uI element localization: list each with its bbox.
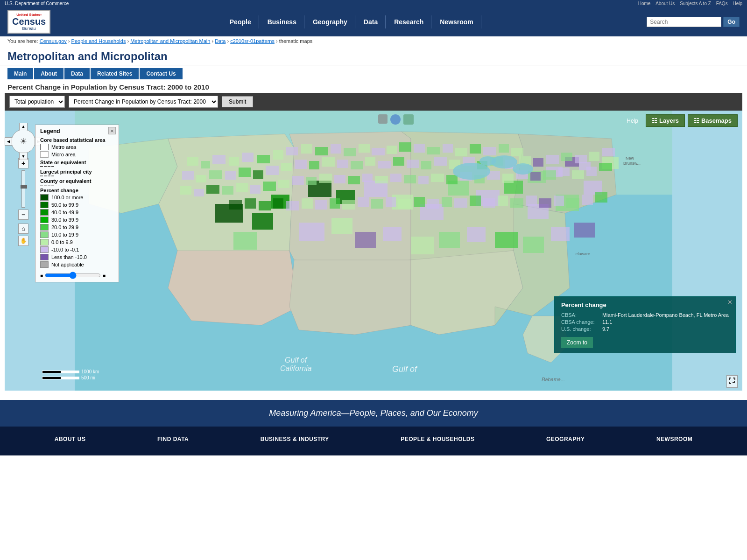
pan-control[interactable]: ☀ bbox=[11, 129, 35, 154]
zoom-to-button[interactable]: Zoom to bbox=[561, 337, 593, 348]
svg-rect-141 bbox=[386, 197, 396, 207]
search-input[interactable] bbox=[647, 17, 721, 27]
breadcrumb-people[interactable]: People and Households bbox=[71, 38, 126, 44]
svg-rect-70 bbox=[209, 170, 222, 179]
tab-contact-us[interactable]: Contact Us bbox=[140, 68, 182, 79]
svg-rect-112 bbox=[362, 174, 373, 182]
about-us-link[interactable]: About Us bbox=[655, 1, 675, 6]
legend-state-line bbox=[40, 166, 114, 167]
breadcrumb-metro[interactable]: Metropolitan and Micropolitan Main bbox=[130, 38, 210, 44]
basemaps-icon: ☷ bbox=[694, 117, 699, 124]
pan-up[interactable]: ▲ bbox=[19, 123, 28, 130]
popup-title: Percent change bbox=[561, 301, 729, 308]
svg-rect-156 bbox=[595, 192, 607, 203]
svg-rect-114 bbox=[390, 174, 402, 182]
page-title-area: Metropolitan and Micropolitan bbox=[0, 46, 747, 65]
svg-rect-42 bbox=[551, 227, 570, 241]
map-popup: ✕ Percent change CBSA: Miami-Fort Lauder… bbox=[554, 296, 736, 353]
footer-about-heading: ABOUT US bbox=[55, 436, 86, 442]
legend-pct-100-plus: 100.0 or more bbox=[40, 194, 114, 201]
svg-rect-83 bbox=[393, 157, 404, 166]
nav-business[interactable]: Business bbox=[260, 15, 304, 28]
footer-col-people: PEOPLE & HOUSEHOLDS bbox=[401, 436, 474, 446]
svg-rect-19 bbox=[233, 232, 257, 250]
faqs-link[interactable]: FAQs bbox=[716, 1, 728, 6]
population-dropdown[interactable]: Total population bbox=[9, 96, 65, 108]
pct-100-plus-swatch bbox=[40, 194, 49, 201]
search-button[interactable]: Go bbox=[723, 17, 740, 27]
popup-close-button[interactable]: ✕ bbox=[727, 299, 733, 306]
metric-dropdown[interactable]: Percent Change in Population by Census T… bbox=[69, 96, 218, 108]
svg-text:Gulf of: Gulf of bbox=[285, 356, 308, 364]
zoom-out-button[interactable]: − bbox=[18, 210, 28, 220]
pct-neg10-neg1-label: -10.0 to -0.1 bbox=[51, 247, 79, 252]
svg-rect-109 bbox=[319, 174, 332, 183]
pct-20-29-label: 20.0 to 29.9 bbox=[51, 224, 78, 230]
svg-rect-154 bbox=[566, 198, 579, 208]
tab-about[interactable]: About bbox=[34, 68, 63, 79]
svg-rect-93 bbox=[533, 158, 543, 167]
nav-newsroom[interactable]: Newsroom bbox=[432, 15, 481, 28]
fullscreen-button[interactable] bbox=[726, 375, 738, 388]
pct-na-label: Not applicable bbox=[51, 262, 84, 267]
nav-geography[interactable]: Geography bbox=[305, 15, 355, 28]
svg-point-159 bbox=[513, 163, 533, 175]
pan-left[interactable]: ◀ bbox=[5, 137, 12, 146]
basemaps-button[interactable]: ☷ Basemaps bbox=[688, 114, 738, 127]
svg-rect-113 bbox=[375, 176, 388, 183]
legend-close-button[interactable]: × bbox=[108, 127, 116, 134]
svg-rect-74 bbox=[266, 166, 279, 175]
svg-rect-79 bbox=[337, 160, 348, 168]
svg-rect-85 bbox=[421, 161, 431, 169]
svg-rect-170 bbox=[403, 114, 414, 125]
svg-rect-105 bbox=[263, 182, 276, 191]
nav-research[interactable]: Research bbox=[387, 15, 431, 28]
legend-micro-area: Micro area bbox=[40, 151, 114, 158]
help-link[interactable]: Help bbox=[733, 1, 742, 6]
home-extent-button[interactable]: ⌂ bbox=[18, 224, 28, 234]
logo-area: United States• Census Bureau bbox=[7, 10, 56, 34]
legend-county-title: County or equivalent bbox=[40, 178, 114, 184]
legend-largest-city-title: Largest principal city bbox=[40, 169, 114, 175]
scale-label-mi: 500 mi bbox=[81, 375, 95, 380]
svg-rect-23 bbox=[299, 223, 324, 241]
micro-area-swatch bbox=[40, 151, 49, 158]
legend-pct-less-neg10: Less than -10.0 bbox=[40, 254, 114, 260]
svg-rect-77 bbox=[309, 161, 319, 169]
pct-0-9-swatch bbox=[40, 239, 49, 245]
pan-tool-button[interactable]: ✋ bbox=[18, 236, 28, 246]
tab-related-sites[interactable]: Related Sites bbox=[91, 68, 139, 79]
subjects-link[interactable]: Subjects A to Z bbox=[680, 1, 711, 6]
svg-rect-63 bbox=[455, 148, 467, 156]
zoom-slider[interactable] bbox=[21, 170, 25, 208]
census-logo[interactable]: United States• Census Bureau bbox=[7, 10, 50, 34]
pct-10-19-swatch bbox=[40, 231, 49, 238]
breadcrumb-patterns[interactable]: c2010sr-01patterns bbox=[230, 38, 275, 44]
submit-button[interactable]: Submit bbox=[222, 96, 253, 107]
breadcrumb-census[interactable]: Census.gov bbox=[40, 38, 67, 44]
tab-main[interactable]: Main bbox=[7, 68, 33, 79]
svg-rect-2 bbox=[168, 335, 495, 391]
breadcrumb-data[interactable]: Data bbox=[215, 38, 226, 44]
svg-rect-142 bbox=[398, 199, 411, 209]
top-links: Home About Us Subjects A to Z FAQs Help bbox=[634, 1, 742, 6]
pct-30-39-label: 30.0 to 39.9 bbox=[51, 217, 78, 223]
svg-rect-139 bbox=[358, 197, 369, 207]
popup-cbsa-value: Miami-Fort Lauderdale-Pompano Beach, FL … bbox=[602, 312, 729, 318]
home-link[interactable]: Home bbox=[638, 1, 651, 6]
svg-rect-66 bbox=[499, 144, 509, 153]
pan-down[interactable]: ▼ bbox=[19, 153, 28, 160]
layers-button[interactable]: ☷ Layers bbox=[646, 114, 685, 127]
nav-data[interactable]: Data bbox=[356, 15, 386, 28]
nav-people[interactable]: People bbox=[222, 15, 259, 28]
svg-rect-148 bbox=[483, 198, 495, 208]
svg-rect-67 bbox=[511, 148, 523, 156]
tab-data[interactable]: Data bbox=[64, 68, 90, 79]
legend-state-title: State or equivalent bbox=[40, 160, 114, 165]
legend-slider[interactable] bbox=[45, 272, 101, 279]
footer-col-geography: GEOGRAPHY bbox=[546, 436, 585, 446]
svg-rect-126 bbox=[558, 168, 570, 176]
svg-rect-101 bbox=[206, 185, 219, 194]
logo-main: Census bbox=[12, 17, 46, 26]
footer-col-about: ABOUT US bbox=[55, 436, 86, 446]
